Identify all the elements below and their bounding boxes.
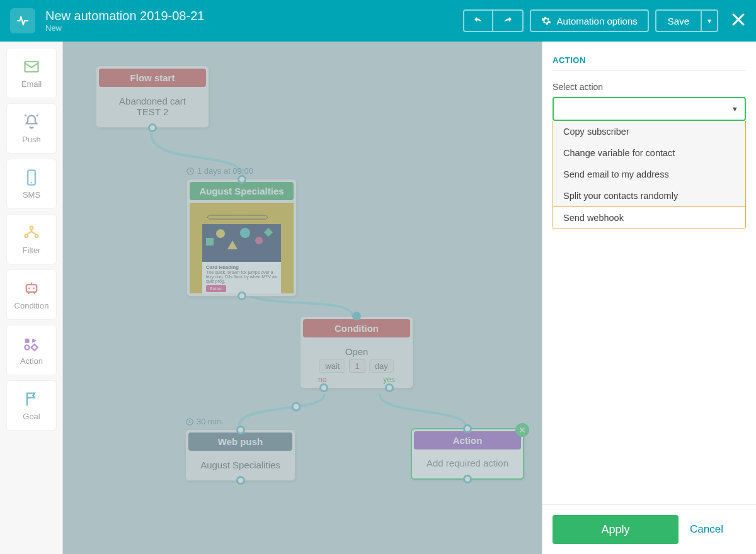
node-flow-start[interactable]: Flow start Abandoned cart TEST 2 <box>96 65 209 128</box>
automation-title: New automation 2019-08-21 <box>45 9 463 23</box>
rail-label: SMS <box>23 190 40 200</box>
element-rail: Email Push SMS Filter Condition Action <box>0 42 63 554</box>
apply-button[interactable]: Apply <box>553 515 679 544</box>
select-action-label: Select action <box>553 82 746 92</box>
pulse-icon <box>16 14 30 28</box>
email-icon <box>23 58 40 76</box>
action-dropdown: Copy subscriber Change variable for cont… <box>553 121 746 229</box>
panel-section-title: Action <box>553 55 746 71</box>
caret-down-icon: ▼ <box>706 18 713 25</box>
options-label: Automation options <box>556 16 637 26</box>
action-option[interactable]: Copy subscriber <box>553 121 745 142</box>
svg-point-8 <box>33 287 35 289</box>
node-condition[interactable]: Condition Open wait 1 day no yes <box>300 316 413 388</box>
undo-redo-group <box>463 9 524 32</box>
gear-icon <box>541 16 551 26</box>
close-button[interactable] <box>731 10 746 31</box>
node-header: Flow start <box>99 69 206 87</box>
node-header: August Specialties <box>190 182 294 200</box>
automation-status: New <box>45 23 463 33</box>
filter-icon <box>23 224 40 242</box>
clock-icon <box>185 417 194 426</box>
node-header: Condition <box>303 319 410 337</box>
svg-rect-12 <box>32 344 38 350</box>
rail-filter[interactable]: Filter <box>6 214 57 264</box>
svg-point-13 <box>292 403 300 410</box>
rail-email[interactable]: Email <box>6 48 57 98</box>
svg-marker-10 <box>32 338 37 342</box>
rail-label: Email <box>21 79 42 89</box>
rail-sms[interactable]: SMS <box>6 159 57 209</box>
save-dropdown-button[interactable]: ▼ <box>702 9 718 32</box>
bell-icon <box>23 113 40 131</box>
node-header: Action <box>414 431 521 449</box>
rail-label: Push <box>22 135 41 144</box>
save-button[interactable]: Save <box>655 9 702 32</box>
condition-subtitle: Open <box>309 346 404 357</box>
rail-condition[interactable]: Condition <box>6 269 57 320</box>
close-icon <box>731 12 746 27</box>
action-icon <box>23 335 40 353</box>
rail-label: Goal <box>23 412 40 421</box>
timer-label-2: 30 min. <box>185 417 224 426</box>
app-header: New automation 2019-08-21 New Automation… <box>0 0 756 42</box>
rail-label: Filter <box>23 246 41 255</box>
node-header: Web push <box>188 432 292 451</box>
svg-point-2 <box>31 182 32 183</box>
cancel-button[interactable]: Cancel <box>690 523 723 536</box>
remove-node-button[interactable]: ✕ <box>515 423 529 437</box>
rail-goal[interactable]: Goal <box>6 380 57 431</box>
flag-icon <box>23 390 40 408</box>
robot-icon <box>23 280 40 297</box>
app-logo[interactable] <box>10 8 35 33</box>
node-email[interactable]: August Specialties · · · · · · Card Head… <box>186 179 297 297</box>
node-body: Abandoned cart TEST 2 <box>96 89 209 127</box>
node-action[interactable]: ✕ Action Add required action <box>411 428 524 480</box>
svg-rect-9 <box>25 338 30 342</box>
svg-point-3 <box>30 226 33 229</box>
save-group: Save ▼ <box>655 9 718 32</box>
action-select[interactable]: ▼ <box>553 97 746 121</box>
email-preview: · · · · · · Card Heading The quick, brow… <box>190 203 294 293</box>
timer-label-1: 1 days at 09:00 <box>186 166 253 176</box>
phone-icon <box>23 169 40 186</box>
action-option[interactable]: Send email to my address <box>553 164 745 185</box>
title-block: New automation 2019-08-21 New <box>45 9 463 33</box>
svg-point-4 <box>25 234 28 237</box>
svg-rect-6 <box>26 285 37 292</box>
branch-yes-label: yes <box>383 375 395 384</box>
undo-button[interactable] <box>463 9 493 32</box>
automation-options-button[interactable]: Automation options <box>530 9 648 32</box>
redo-button[interactable] <box>493 9 524 32</box>
rail-push[interactable]: Push <box>6 103 57 154</box>
svg-point-11 <box>25 345 30 349</box>
action-option[interactable]: Change variable for contact <box>553 142 745 164</box>
caret-down-icon: ▼ <box>731 105 738 113</box>
rail-label: Action <box>20 356 43 366</box>
rail-action[interactable]: Action <box>6 325 57 375</box>
close-icon: ✕ <box>518 425 526 435</box>
redo-icon <box>502 15 513 26</box>
node-webpush[interactable]: Web push August Specialities <box>185 429 295 481</box>
action-panel: Action Select action ▼ Copy subscriber C… <box>542 42 756 554</box>
svg-point-7 <box>28 287 30 289</box>
svg-point-5 <box>35 234 38 237</box>
rail-label: Condition <box>14 301 49 310</box>
branch-no-label: no <box>318 375 326 384</box>
flow-canvas[interactable]: Flow start Abandoned cart TEST 2 1 days … <box>63 42 542 554</box>
undo-icon <box>472 15 484 26</box>
clock-icon <box>186 167 195 176</box>
action-option[interactable]: Send webhook <box>553 206 745 229</box>
action-option[interactable]: Split your contacts randomly <box>553 185 745 206</box>
wait-pills: wait 1 day <box>309 359 404 373</box>
